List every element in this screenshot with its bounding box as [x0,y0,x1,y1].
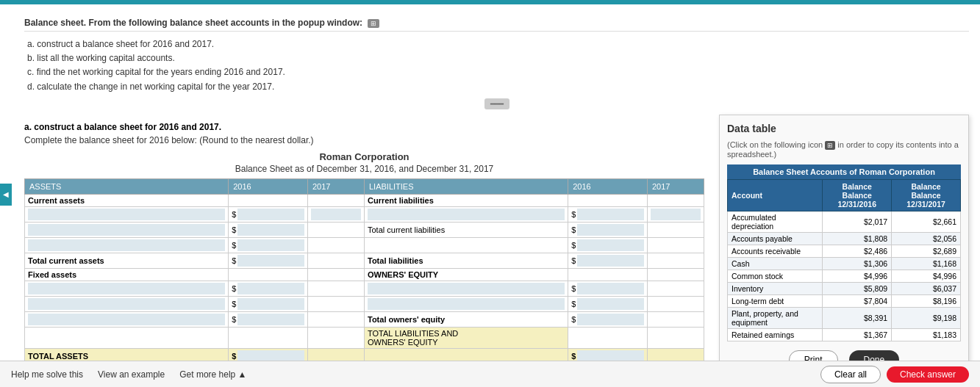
tcl-val-2016[interactable] [577,224,644,236]
more-help-link[interactable]: Get more help ▲ [179,369,246,380]
dt-bal2016-1: $1,808 [823,232,892,245]
toe-val-2016[interactable] [577,314,644,325]
dt-inner-title: Balance Sheet Accounts of Roman Corporat… [727,164,961,179]
dt-account-3: Cash [728,257,823,270]
dt-row: Long-term debt $7,804 $8,196 [728,294,961,307]
question-item-b: b. list all the working capital accounts… [27,51,969,65]
dt-bal2016-3: $1,306 [823,257,892,270]
bottom-right: Clear all Check answer [820,366,969,383]
clear-all-button[interactable]: Clear all [820,366,881,383]
dt-bal2017-8: $1,183 [892,328,961,341]
fixed-asset-1[interactable] [28,283,225,294]
oe2-val-2016[interactable] [577,298,644,310]
balance-sheet-table: ASSETS 2016 2017 LIABILITIES 2016 2017 C… [24,178,704,364]
dt-instruction: (Click on the following icon ⊞ in order … [727,140,961,159]
col-2016-liab: 2016 [568,178,648,194]
asset-name-3[interactable] [28,239,225,251]
dt-bal2016-2: $2,486 [823,245,892,257]
dt-row: Inventory $5,809 $6,037 [728,282,961,294]
question-list: a. construct a balance sheet for 2016 an… [24,37,969,94]
dt-col-account: Account [728,179,823,211]
asset-val-1-2017[interactable] [311,209,361,220]
dt-row: Cash $1,306 $1,168 [728,257,961,270]
fa1-val-2016[interactable] [237,283,304,294]
dt-account-6: Long-term debt [728,294,823,307]
liab-name-1[interactable] [368,209,565,220]
fa3-val-2016[interactable] [237,314,304,325]
dt-bal2016-0: $2,017 [823,211,892,232]
dt-account-5: Inventory [728,282,823,294]
fixed-asset-3[interactable] [28,314,225,325]
dt-bal2016-6: $7,804 [823,294,892,307]
asset-val-3-2016[interactable] [237,239,304,251]
dt-account-2: Accounts receivable [728,245,823,257]
oe-item-2[interactable] [368,298,565,310]
asset-name-2[interactable] [28,224,225,236]
dt-account-4: Common stock [728,270,823,282]
dt-bal2016-5: $5,809 [823,282,892,294]
total-liab-equity-label: TOTAL LIABILITIES AND OWNERS' EQUITY [364,327,568,348]
question-header: Balance sheet. From the following balanc… [24,12,969,32]
dt-bal2017-4: $4,996 [892,270,961,282]
main-content: ◀ Balance sheet. From the following bala… [0,4,980,385]
current-assets-label: Current assets [25,194,229,206]
bottom-left: Help me solve this View an example Get m… [11,369,246,380]
bs-subtitle: Balance Sheet as of December 31, 2016, a… [24,164,704,174]
oe1-val-2016[interactable] [577,283,644,294]
cl-2017-blank [647,194,704,206]
owners-equity-label: OWNERS' EQUITY [364,268,568,281]
question-item-c: c. find the net working capital for the … [27,65,969,79]
nav-arrow-left[interactable]: ◀ [0,184,12,206]
fa2-val-2016[interactable] [237,298,304,310]
question-item-d: d. calculate the change in net working c… [27,80,969,94]
dt-bal2017-7: $9,198 [892,307,961,328]
ca-2017-blank [307,194,364,206]
dt-row: Accounts payable $1,808 $2,056 [728,232,961,245]
bottom-bar: Help me solve this View an example Get m… [0,361,980,387]
dt-bal2017-1: $2,056 [892,232,961,245]
question-item-a: a. construct a balance sheet for 2016 an… [27,37,969,51]
tl-val-2016[interactable] [577,255,644,267]
asset-name-1[interactable] [28,209,225,220]
check-answer-button[interactable]: Check answer [887,366,969,383]
example-link[interactable]: View an example [98,369,165,380]
dt-account-8: Retained earnings [728,328,823,341]
tcl-val-2016b[interactable] [577,239,644,251]
dt-table: Account BalanceBalance 12/31/2016 Balanc… [727,179,961,341]
current-liab-label: Current liabilities [364,194,568,206]
tca-val-2016[interactable] [237,255,304,267]
dt-bal2016-7: $8,391 [823,307,892,328]
col-liabilities: LIABILITIES [364,178,568,194]
dt-account-1: Accounts payable [728,232,823,245]
dt-bal2016-4: $4,996 [823,270,892,282]
liab-val-1-2017[interactable] [651,209,701,220]
ca-2016-blank [229,194,308,206]
dt-col-bal2017: BalanceBalance 12/31/2017 [892,179,961,211]
total-current-liab-label: Total current liabilities [364,222,568,237]
bs-company: Roman Corporation [24,151,704,162]
oe-item-1[interactable] [368,283,565,294]
copy-icon[interactable]: ⊞ [825,141,835,150]
col-2016-assets: 2016 [229,178,308,194]
content-area: a. construct a balance sheet for 2016 an… [24,115,969,377]
dt-title: Data table [727,123,961,134]
col-2017-assets: 2017 [307,178,364,194]
balance-sheet-container: a. construct a balance sheet for 2016 an… [24,115,704,377]
asset-val-1-2016[interactable] [237,209,304,220]
popup-icon[interactable]: ⊞ [368,19,379,28]
question-header-text: Balance sheet. From the following balanc… [24,18,362,28]
dt-row: Accumulated depreciation $2,017 $2,661 [728,211,961,232]
cl-2016-blank [568,194,648,206]
fixed-assets-label: Fixed assets [25,268,229,281]
section-a-instruction: Complete the balance sheet for 2016 belo… [24,135,704,145]
dt-account-7: Plant, property, and equipment [728,307,823,328]
total-current-assets-label: Total current assets [25,253,229,268]
liab-val-1-2016[interactable] [577,209,644,220]
dt-bal2017-6: $8,196 [892,294,961,307]
fixed-asset-2[interactable] [28,298,225,310]
data-table-panel: Data table (Click on the following icon … [719,115,969,377]
help-link[interactable]: Help me solve this [11,369,83,380]
asset-val-2-2016[interactable] [237,224,304,236]
dt-account-0: Accumulated depreciation [728,211,823,232]
col-2017-liab: 2017 [647,178,704,194]
